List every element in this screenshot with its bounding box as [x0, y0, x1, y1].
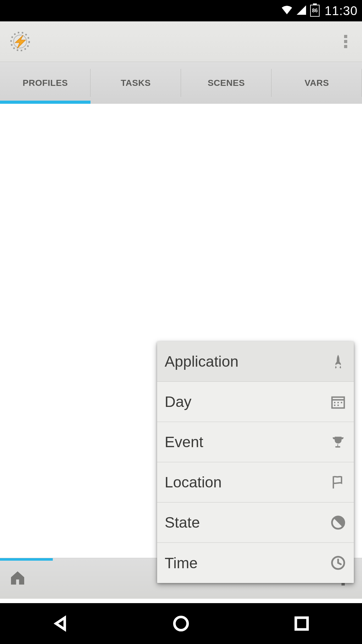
menu-item-label: Time: [165, 554, 198, 572]
menu-item-day[interactable]: Day: [157, 382, 354, 422]
menu-item-application[interactable]: Application: [157, 341, 354, 382]
menu-item-location[interactable]: Location: [157, 462, 354, 502]
action-bar: [0, 21, 362, 62]
menu-item-event[interactable]: Event: [157, 422, 354, 462]
calendar-icon: [330, 394, 346, 410]
app-logo-icon[interactable]: [8, 29, 33, 54]
tab-label: VARS: [304, 78, 329, 88]
contrast-icon: [330, 514, 346, 531]
menu-item-label: State: [165, 514, 200, 531]
app-window: PROFILES TASKS SCENES VARS Application: [0, 21, 362, 603]
tab-scenes[interactable]: SCENES: [181, 62, 272, 104]
svg-point-13: [174, 617, 188, 630]
back-button[interactable]: [50, 613, 70, 634]
svg-rect-10: [337, 404, 339, 406]
menu-item-label: Day: [165, 393, 191, 410]
trophy-icon: [330, 434, 346, 450]
menu-item-label: Application: [165, 353, 239, 370]
menu-item-label: Location: [165, 474, 222, 491]
tab-tasks[interactable]: TASKS: [90, 62, 181, 104]
rocket-icon: [330, 353, 346, 370]
tab-strip: PROFILES TASKS SCENES VARS: [0, 62, 362, 104]
active-tab-indicator: [0, 101, 90, 104]
status-clock: 11:30: [325, 4, 358, 18]
progress-indicator: [0, 558, 53, 561]
signal-icon: [296, 4, 307, 17]
home-nav-button[interactable]: [171, 613, 191, 634]
clock-icon: [330, 555, 346, 571]
battery-icon: 86: [310, 5, 320, 17]
tab-label: TASKS: [121, 78, 151, 88]
profile-context-menu: Application Day Event Location State: [157, 341, 354, 583]
system-navbar: [0, 603, 362, 644]
status-bar-area: 86 11:30: [0, 0, 362, 21]
svg-rect-8: [341, 402, 342, 403]
overflow-menu-button[interactable]: [337, 33, 354, 50]
menu-item-label: Event: [165, 433, 203, 451]
svg-rect-9: [334, 404, 335, 406]
wifi-icon: [281, 4, 293, 17]
tab-label: SCENES: [208, 78, 245, 88]
battery-level: 86: [312, 8, 318, 14]
recents-button[interactable]: [292, 613, 312, 634]
svg-rect-7: [337, 402, 339, 403]
tab-vars[interactable]: VARS: [272, 62, 362, 104]
menu-item-state[interactable]: State: [157, 502, 354, 543]
menu-item-time[interactable]: Time: [157, 543, 354, 583]
svg-rect-14: [296, 618, 307, 629]
home-button[interactable]: [9, 569, 26, 588]
flag-icon: [330, 474, 346, 491]
tab-label: PROFILES: [23, 78, 68, 88]
svg-rect-6: [334, 402, 335, 403]
tab-profiles[interactable]: PROFILES: [0, 62, 90, 104]
